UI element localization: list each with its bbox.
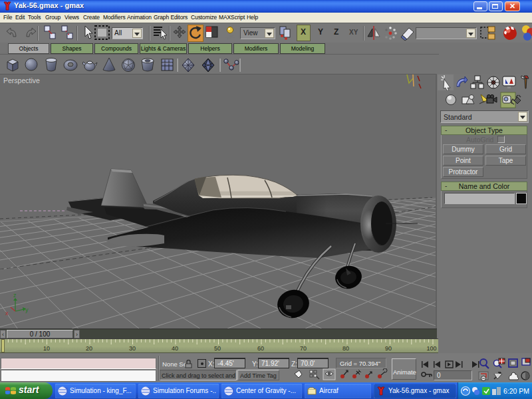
svg-text:z: z [13, 292, 17, 299]
svg-text:x: x [5, 310, 9, 317]
svg-text:40: 40 [172, 345, 178, 352]
svg-text:y: y [25, 307, 29, 313]
svg-text:90: 90 [385, 345, 392, 352]
svg-text:80: 80 [342, 345, 349, 352]
svg-text:20: 20 [86, 345, 92, 352]
svg-text:30: 30 [129, 345, 136, 352]
svg-text:50: 50 [214, 345, 221, 352]
svg-text:10: 10 [43, 345, 50, 352]
svg-text:70: 70 [300, 345, 307, 352]
svg-text:60: 60 [257, 345, 264, 352]
svg-text:100: 100 [426, 345, 436, 352]
